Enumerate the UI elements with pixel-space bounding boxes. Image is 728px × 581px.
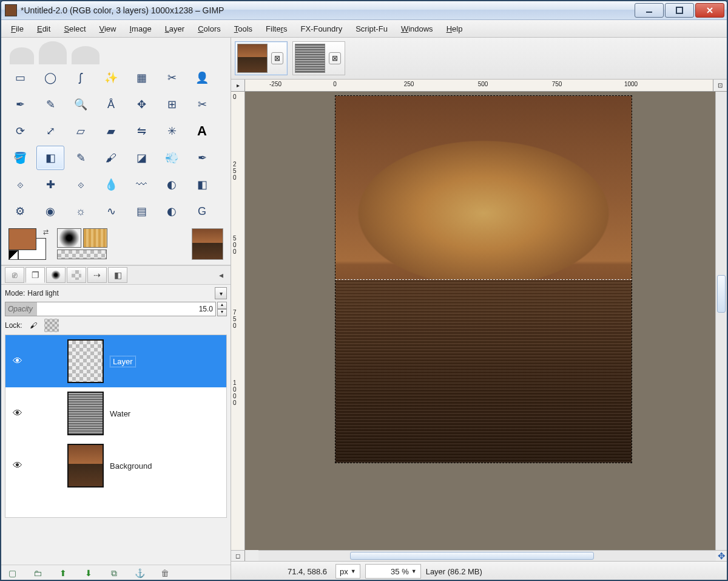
active-pattern-preview[interactable] [83,228,107,248]
active-gradient-preview[interactable] [57,250,107,259]
tool-shear[interactable]: ▱ [67,119,95,143]
maximize-button[interactable] [665,3,694,18]
horizontal-ruler[interactable]: -25002505007501000 [245,80,713,92]
tool-bucket-fill[interactable]: 🪣 [6,146,34,170]
visibility-toggle-icon[interactable]: 👁 [10,356,25,367]
tool-ink[interactable]: ✒ [188,146,216,170]
menu-fx-foundry[interactable]: FX-Foundry [296,22,348,35]
layer-thumbnail[interactable] [67,392,104,435]
layer-thumbnail[interactable] [67,339,104,383]
menu-script-fu[interactable]: Script-Fu [351,22,393,35]
quickmask-corner-icon[interactable]: ⊡ [713,80,727,92]
duplicate-layer-button[interactable]: ⧉ [108,568,120,579]
tool-move[interactable]: ✥ [127,92,155,117]
unit-dropdown[interactable]: px▼ [335,564,360,579]
menu-windows[interactable]: Windows [396,22,438,35]
tool-brightness[interactable]: ☼ [67,199,95,223]
tool-hue-saturation[interactable]: ⚙ [6,199,34,223]
tool-color-picker[interactable]: ✎ [36,92,64,117]
title-bar[interactable]: *Untitled-2.0 (RGB color, 3 layers) 1000… [1,1,727,20]
opacity-spinner[interactable]: ▴▾ [217,302,227,316]
swap-colors-icon[interactable]: ⇄ [43,228,49,236]
tool-paintbrush[interactable]: 🖌 [97,146,125,170]
tool-curves[interactable]: ∿ [97,199,125,223]
zoom-dropdown[interactable]: 35 %▼ [365,564,421,579]
foreground-color-swatch[interactable] [8,228,36,250]
horizontal-scrollbar[interactable] [258,550,716,561]
menu-layer[interactable]: Layer [160,22,190,35]
new-layer-button[interactable]: ▢ [6,568,18,579]
tool-cage[interactable]: ✳ [158,119,186,143]
menu-colors[interactable]: Colors [193,22,226,35]
tool-posterize[interactable]: ▤ [127,199,155,223]
tool-blend[interactable]: ◧ [36,146,64,170]
tool-free-select[interactable]: ʃ [67,66,95,90]
vertical-ruler[interactable]: 02505007501000 [231,92,245,550]
scrollbar-thumb[interactable] [717,275,726,313]
color-swatches[interactable]: ⇄ [8,228,46,260]
minimize-button[interactable] [635,3,664,18]
tool-zoom[interactable]: 🔍 [67,92,95,117]
layer-name[interactable]: Water [110,409,130,418]
tool-color-balance[interactable]: ◧ [188,172,216,197]
tool-smudge[interactable]: 〰 [127,172,155,197]
layer-group-button[interactable]: 🗀 [32,568,44,579]
image-tab[interactable]: ⊠ [292,41,345,75]
ruler-origin-toggle[interactable]: ▸ [231,80,245,92]
vertical-scrollbar[interactable] [715,92,727,550]
tool-align[interactable]: ⊞ [158,92,186,117]
menu-image[interactable]: Image [124,22,156,35]
tool-foreground-select[interactable]: 👤 [188,66,216,90]
tool-desaturate[interactable]: ◐ [158,199,186,223]
quickmask-toggle[interactable]: ◻ [231,550,245,561]
menu-help[interactable]: Help [442,22,468,35]
menu-file[interactable]: File [6,22,29,35]
mode-dropdown[interactable]: ▾ [215,287,227,299]
dock-tab-pattern[interactable] [67,267,86,283]
scrollbar-thumb[interactable] [350,552,594,560]
tool-scissors[interactable]: ✂ [158,66,186,90]
tool-ellipse-select[interactable]: ◯ [36,66,64,90]
tool-pencil[interactable]: ✎ [67,146,95,170]
tool-colorize[interactable]: ◉ [36,199,64,223]
dock-tab-paths[interactable]: ⇢ [87,267,107,283]
image-canvas[interactable] [335,95,632,463]
tab-close-button[interactable]: ⊠ [329,52,341,64]
tool-measure[interactable]: Å [97,92,125,117]
layer-name[interactable]: Background [110,461,152,471]
navigation-icon[interactable]: ✥ [716,550,727,562]
menu-filters[interactable]: Filters [261,22,292,35]
lower-layer-button[interactable]: ⬇ [83,568,95,579]
layer-row[interactable]: 👁Layer [5,335,226,387]
tool-paths[interactable]: ✒ [6,92,34,117]
tab-close-button[interactable]: ⊠ [271,52,283,64]
tool-clone[interactable]: ⟐ [6,172,34,197]
lock-alpha-icon[interactable] [44,319,59,332]
layer-name[interactable]: Layer [110,356,136,367]
dock-tab-layers[interactable]: ❐ [25,267,45,283]
lock-pixels-icon[interactable]: 🖌 [26,319,41,332]
layer-row[interactable]: 👁Water [5,387,226,440]
layer-row[interactable]: 👁Background [5,440,226,492]
tool-scale[interactable]: ⤢ [36,119,64,143]
tool-text[interactable]: A [188,119,216,143]
reset-colors-icon[interactable] [8,250,18,260]
image-tab[interactable]: ⊠ [235,41,288,75]
dock-tab-gradient[interactable]: ◧ [108,267,127,283]
tool-rotate[interactable]: ⟳ [6,119,34,143]
anchor-layer-button[interactable]: ⚓ [133,568,146,579]
tool-flip[interactable]: ⇋ [127,119,155,143]
dock-tab-brush[interactable] [46,267,66,283]
brush-pattern-preview[interactable] [57,228,107,259]
tool-heal[interactable]: ✚ [36,172,64,197]
layer-thumbnail[interactable] [67,444,104,488]
active-image-preview[interactable] [192,228,223,260]
dock-tab-menu-icon[interactable]: ◂ [215,268,227,282]
tool-blur[interactable]: 💧 [97,172,125,197]
tool-dodge[interactable]: ◐ [158,172,186,197]
tool-by-color-select[interactable]: ▦ [127,66,155,90]
menu-edit[interactable]: Edit [32,22,55,35]
tool-fuzzy-select[interactable]: ✨ [97,66,125,90]
tool-eraser[interactable]: ◪ [127,146,155,170]
tool-perspective-clone[interactable]: ⟐ [67,172,95,197]
